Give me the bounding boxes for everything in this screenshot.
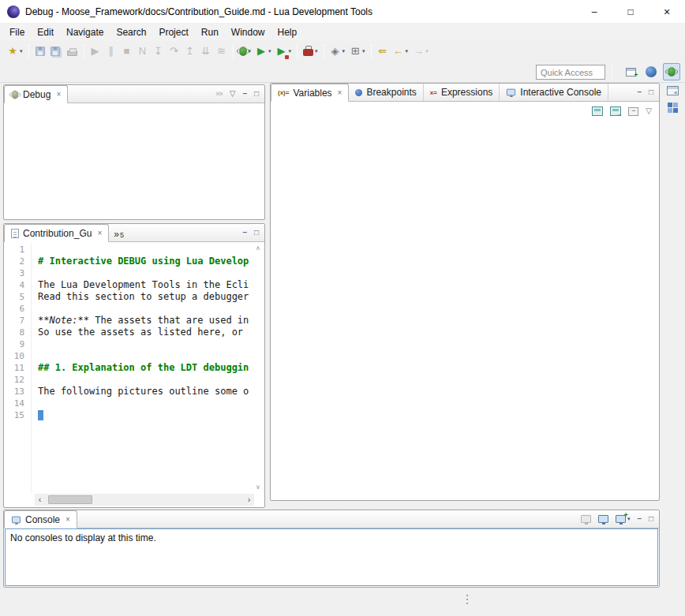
editor-line[interactable]: **Note:** The assets that are used in [38,315,253,327]
save-button[interactable] [32,43,48,60]
display-selected-console-icon[interactable] [598,515,608,523]
maximize-window-button[interactable]: □ [612,0,649,24]
drop-to-frame-button[interactable]: ⇊ [198,43,214,60]
dropdown-arrow-icon[interactable]: ▾ [289,48,292,54]
editor-line[interactable]: ## 1. Explanation of the LDT debuggin [38,362,253,374]
maximize-view-button[interactable]: □ [254,229,259,237]
tab-breakpoints[interactable]: Breakpoints [349,84,423,101]
open-console-button[interactable]: ▾ [616,515,631,523]
horizontal-scrollbar[interactable]: ‹ › [35,494,254,506]
menu-edit[interactable]: Edit [31,24,60,40]
minimize-view-button[interactable]: – [637,88,642,96]
menu-help[interactable]: Help [271,24,304,40]
close-window-button[interactable]: × [649,0,685,24]
maximize-view-button[interactable]: □ [254,90,259,98]
editor-line[interactable] [38,267,253,279]
new-wizard-button[interactable]: ◈▾ [328,43,348,60]
minimize-window-button[interactable]: – [576,0,612,24]
pin-console-icon[interactable] [581,515,591,523]
dropdown-arrow-icon[interactable]: ▾ [20,48,23,54]
menu-run[interactable]: Run [195,24,225,40]
scroll-left-arrow[interactable]: ‹ [35,494,45,506]
run-button[interactable]: ▶▾ [253,43,274,60]
editor-line[interactable] [38,244,253,256]
scrollbar-thumb[interactable] [48,495,92,504]
view-menu-button[interactable]: ▽ [230,90,236,98]
show-logical-structure-icon[interactable] [610,106,621,116]
editor-line[interactable] [38,303,253,315]
editor-line[interactable]: # Interactive DEBUG using Lua Develop [38,256,253,267]
minimize-view-button[interactable]: – [242,229,247,237]
editor-line[interactable] [38,409,253,421]
close-icon[interactable]: × [66,515,70,524]
editor-line[interactable] [38,338,253,350]
tab-expressions[interactable]: x=Expressions [424,84,500,101]
menu-project[interactable]: Project [152,24,194,40]
editor-line[interactable]: The following pictures outline some o [38,386,253,398]
dropdown-arrow-icon[interactable]: ▾ [342,48,346,54]
back-button[interactable]: ←▾ [391,43,411,60]
coverage-button[interactable]: ▶▾ [274,43,294,60]
lua-perspective-button[interactable] [642,63,660,80]
save-all-button[interactable] [48,43,65,60]
menu-search[interactable]: Search [110,24,152,40]
minimize-view-button[interactable]: – [637,515,642,523]
tab-interactive-console[interactable]: Interactive Console [500,84,608,101]
debug-button[interactable]: ▾ [237,43,254,60]
new-button[interactable]: ★▾ [5,43,25,60]
forward-button[interactable]: →▾ [410,43,431,60]
open-type-button[interactable]: ⊞▾ [347,43,368,60]
scroll-down-arrow[interactable]: ∨ [254,483,262,491]
editor-tab-overflow[interactable]: »5 [109,224,129,241]
remove-all-terminated-button[interactable]: ×× [215,90,223,98]
tab-contribution-guide[interactable]: Contribution_Gu × [4,224,109,242]
close-icon[interactable]: × [338,88,342,97]
trimmed-view-icon[interactable] [668,103,678,113]
menu-navigate[interactable]: Navigate [60,24,110,40]
tab-variables[interactable]: (x)=Variables× [271,84,349,102]
use-step-filters-button[interactable]: ≋ [214,43,230,60]
show-type-names-icon[interactable] [592,106,603,116]
restore-trim-stack-icon[interactable] [667,86,679,95]
dropdown-arrow-icon[interactable]: ▾ [268,48,271,54]
debug-perspective-button[interactable] [663,63,680,80]
editor-line[interactable]: Read this section to setup a debugger [38,291,253,303]
menu-file[interactable]: File [3,24,31,40]
disconnect-button[interactable]: N [135,43,151,60]
scrollbar-track[interactable] [45,495,244,505]
resume-button[interactable]: ▶ [88,43,103,60]
quick-access-input[interactable]: Quick Access [536,65,605,80]
close-icon[interactable]: × [56,90,61,99]
suspend-button[interactable]: ∥ [103,43,119,60]
drag-grip[interactable] [466,592,469,607]
maximize-view-button[interactable]: □ [649,515,653,523]
maximize-view-button[interactable]: □ [649,88,653,96]
step-into-button[interactable]: ↧ [151,43,167,60]
editor-line[interactable] [38,350,253,362]
print-button[interactable] [65,43,80,60]
tab-debug[interactable]: Debug × [4,85,68,103]
minimize-view-button[interactable]: – [242,90,247,98]
dropdown-arrow-icon[interactable]: ▾ [315,48,318,54]
scroll-right-arrow[interactable]: › [244,494,254,506]
dropdown-arrow-icon[interactable]: ▾ [406,48,409,54]
open-perspective-button[interactable] [622,63,639,80]
editor-line[interactable] [38,398,253,409]
external-tools-button[interactable]: ▾ [301,43,320,60]
tab-console[interactable]: Console × [4,510,77,528]
editor-line[interactable] [38,374,253,386]
menu-window[interactable]: Window [225,24,271,40]
editor-code[interactable]: # Interactive DEBUG using Lua DevelopThe… [38,244,253,493]
dropdown-arrow-icon[interactable]: ▾ [425,48,429,54]
last-edit-location-button[interactable]: ⇚ [375,43,391,60]
close-icon[interactable]: × [97,229,102,237]
dropdown-arrow-icon[interactable]: ▾ [362,48,365,54]
step-over-button[interactable]: ↷ [167,43,182,60]
terminate-button[interactable]: ■ [119,43,135,60]
scroll-up-arrow[interactable]: ∧ [254,245,262,252]
view-menu-button[interactable]: ▽ [646,107,652,115]
collapse-all-icon[interactable] [628,107,638,116]
step-return-button[interactable]: ↥ [182,43,198,60]
editor-line[interactable]: The Lua Development Tools in the Ecli [38,279,253,291]
editor-line[interactable]: So use the assets as listed here, or [38,327,253,338]
